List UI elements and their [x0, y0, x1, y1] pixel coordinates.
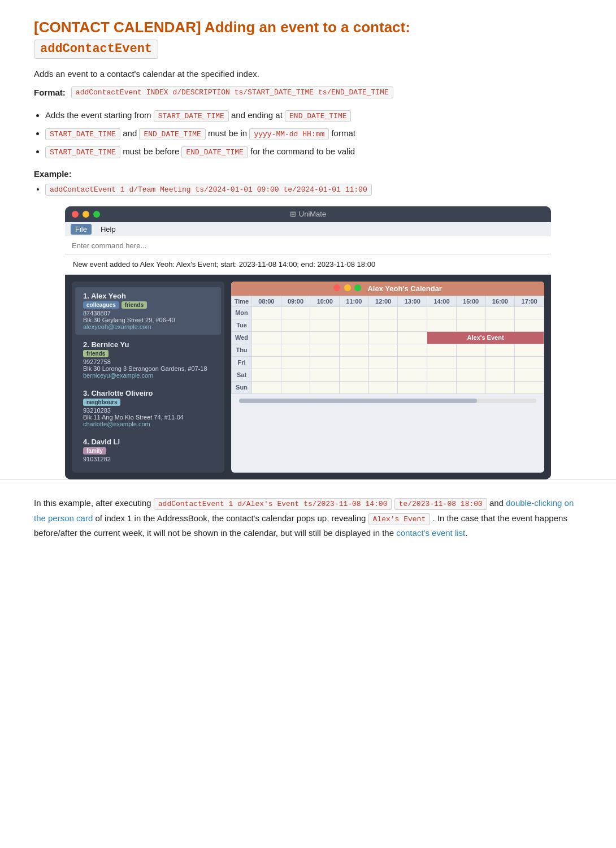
calendar-panel: Alex Yeoh's Calendar Time 08:00 09:00 10…	[231, 282, 544, 473]
cal-row-tue: Tue	[232, 319, 544, 331]
bullet-2: START_DATE_TIME and END_DATE_TIME must b…	[45, 127, 582, 141]
cal-th-1500: 15:00	[456, 296, 485, 306]
bullet1-code2: END_DATE_TIME	[285, 110, 351, 122]
output-message: New event added to Alex Yeoh: Alex's Eve…	[73, 260, 375, 269]
calendar-scrollbar[interactable]	[239, 399, 536, 403]
contact-phone-4: 91031282	[83, 456, 213, 462]
example-label: Example:	[34, 169, 582, 179]
bullet-list: Adds the event starting from START_DATE_…	[45, 109, 582, 158]
output-area: New event added to Alex Yeoh: Alex's Eve…	[65, 254, 551, 275]
cal-row-wed: Wed Alex's Event	[232, 331, 544, 344]
traffic-light-red[interactable]	[72, 211, 79, 218]
bottom-text-before: In this example, after executing	[34, 498, 154, 508]
tag-colleagues-1: colleagues	[83, 301, 119, 309]
cal-th-0800: 08:00	[252, 296, 281, 306]
menubar: File Help	[65, 222, 551, 236]
contact-item-1[interactable]: 1. Alex Yeoh colleagues friends 87438807…	[75, 287, 221, 335]
contact-name-3: 3. Charlotte Oliveiro	[83, 389, 213, 397]
cal-day-sat: Sat	[232, 369, 252, 381]
bottom-code2: te/2023-11-08 18:00	[394, 498, 487, 510]
cal-th-1000: 10:00	[310, 296, 340, 306]
contact-list: 1. Alex Yeoh colleagues friends 87438807…	[72, 282, 224, 473]
bullet1-code1: START_DATE_TIME	[154, 110, 229, 122]
contact-email-1: alexyeoh@example.com	[83, 323, 213, 330]
bullet2-code1: START_DATE_TIME	[45, 128, 120, 140]
contact-name-4: 4. David Li	[83, 438, 213, 446]
menu-help[interactable]: Help	[96, 224, 120, 235]
cal-row-thu: Thu	[232, 344, 544, 356]
cal-row-sun: Sun	[232, 381, 544, 393]
cal-day-fri: Fri	[232, 356, 252, 369]
description: Adds an event to a contact's calendar at…	[34, 69, 582, 79]
title-bracket: [CONTACT CALENDAR]	[34, 19, 201, 36]
cal-th-1200: 12:00	[368, 296, 398, 306]
cal-tl-yellow[interactable]	[344, 284, 351, 291]
title-main: Adding an event to a contact:	[201, 19, 410, 36]
cal-th-1100: 11:00	[340, 296, 369, 306]
cal-day-sun: Sun	[232, 381, 252, 393]
bottom-code1: addContactEvent 1 d/Alex's Event ts/2023…	[154, 498, 392, 510]
cal-tl-red[interactable]	[333, 284, 340, 291]
format-line: Format: addContactEvent INDEX d/DESCRIPT…	[34, 86, 582, 98]
cal-day-tue: Tue	[232, 319, 252, 331]
cal-day-wed: Wed	[232, 331, 252, 344]
contact-tags-2: friends	[83, 350, 213, 357]
cal-day-mon: Mon	[232, 306, 252, 319]
contact-phone-2: 99272758	[83, 358, 213, 365]
contact-tags-1: colleagues friends	[83, 301, 213, 309]
cal-tl-green[interactable]	[354, 284, 361, 291]
calendar-table: Time 08:00 09:00 10:00 11:00 12:00 13:00…	[231, 296, 544, 394]
calendar-title-bar: Alex Yeoh's Calendar	[231, 282, 544, 296]
contact-email-2: berniceyu@example.com	[83, 372, 213, 379]
cal-row-mon: Mon	[232, 306, 544, 319]
window-title-text: UniMate	[299, 210, 326, 218]
traffic-light-green[interactable]	[93, 211, 100, 218]
cal-th-1300: 13:00	[398, 296, 427, 306]
bullet-1: Adds the event starting from START_DATE_…	[45, 109, 582, 123]
contact-phone-1: 87438807	[83, 310, 213, 317]
window-titlebar: ⊞ UniMate	[65, 206, 551, 222]
cal-th-1400: 14:00	[427, 296, 457, 306]
contact-item-3[interactable]: 3. Charlotte Oliveiro neighbours 9321028…	[75, 384, 221, 432]
menu-file[interactable]: File	[71, 224, 92, 235]
tag-friends-1: friends	[122, 301, 147, 309]
calendar-grid[interactable]: Time 08:00 09:00 10:00 11:00 12:00 13:00…	[231, 296, 544, 408]
scrollbar-thumb	[239, 399, 477, 403]
cal-th-1600: 16:00	[485, 296, 515, 306]
bullet2-code2: END_DATE_TIME	[139, 128, 205, 140]
cal-th-1700: 17:00	[515, 296, 544, 306]
command-input[interactable]	[72, 241, 544, 250]
cal-day-thu: Thu	[232, 344, 252, 356]
bullet3-code2: END_DATE_TIME	[181, 146, 248, 158]
command-bar	[65, 236, 551, 254]
format-label: Format:	[34, 88, 66, 97]
contact-address-1: Blk 30 Geylang Street 29, #06-40	[83, 317, 213, 323]
app-window: ⊞ UniMate File Help New event added to A…	[65, 206, 551, 479]
event-list-link[interactable]: contact's event list	[396, 528, 465, 538]
window-title: ⊞ UniMate	[290, 210, 326, 218]
page-title: [CONTACT CALENDAR] Adding an event to a …	[34, 18, 582, 59]
page-top: [CONTACT CALENDAR] Adding an event to a …	[0, 0, 616, 479]
example-code: addContactEvent 1 d/Team Meeting ts/2024…	[45, 184, 372, 196]
contact-item-4[interactable]: 4. David Li family 91031282	[75, 433, 221, 467]
traffic-light-yellow[interactable]	[83, 211, 89, 218]
format-code: addContactEvent INDEX d/DESCRIPTION ts/S…	[71, 86, 393, 98]
example-item: addContactEvent 1 d/Team Meeting ts/2024…	[45, 184, 582, 194]
bottom-text-middle: of index 1 in the AddressBook, the conta…	[95, 513, 368, 523]
contact-name-1: 1. Alex Yeoh	[83, 292, 213, 300]
page-bottom: In this example, after executing addCont…	[0, 479, 616, 559]
tag-friends-2: friends	[83, 350, 109, 357]
bottom-text: In this example, after executing addCont…	[34, 496, 582, 541]
contact-name-2: 2. Bernice Yu	[83, 340, 213, 349]
bottom-text-and: and	[489, 498, 506, 508]
contact-item-2[interactable]: 2. Bernice Yu friends 99272758 Blk 30 Lo…	[75, 336, 221, 383]
app-content: 1. Alex Yeoh colleagues friends 87438807…	[65, 275, 551, 479]
contact-tags-4: family	[83, 447, 213, 455]
unimate-icon: ⊞	[290, 210, 296, 218]
contact-phone-3: 93210283	[83, 407, 213, 414]
contact-address-3: Blk 11 Ang Mo Kio Street 74, #11-04	[83, 414, 213, 421]
cal-th-0900: 09:00	[281, 296, 310, 306]
tag-neighbours-3: neighbours	[83, 399, 120, 406]
bullet-3: START_DATE_TIME must be before END_DATE_…	[45, 145, 582, 159]
cal-row-fri: Fri	[232, 356, 544, 369]
